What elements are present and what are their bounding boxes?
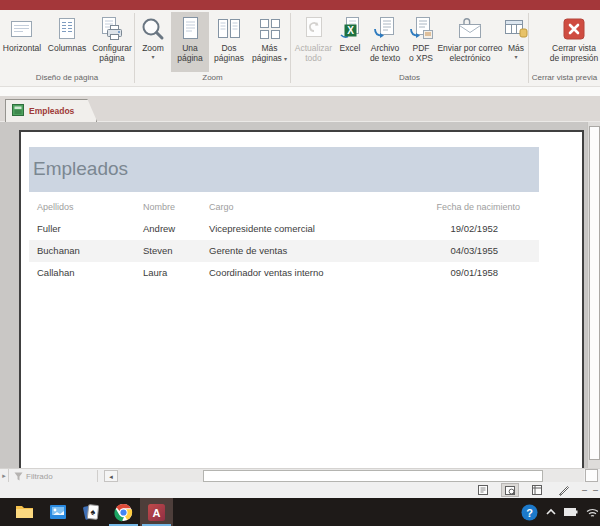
- archivo-texto-label: Archivo de texto: [367, 44, 403, 63]
- tab-empleados[interactable]: Empleados: [5, 99, 97, 122]
- horizontal-button[interactable]: Horizontal: [0, 12, 44, 72]
- status-bar: ––: [0, 482, 600, 498]
- svg-text:X: X: [347, 25, 354, 36]
- dos-paginas-button[interactable]: Dos páginas: [209, 12, 249, 72]
- enviar-correo-label: Enviar por correo electrónico: [436, 44, 504, 63]
- report-page: Empleados Apellidos Nombre Cargo Fecha d…: [19, 130, 584, 468]
- more-formats-icon: [503, 14, 529, 44]
- enviar-correo-button[interactable]: Enviar por correo electrónico: [436, 12, 504, 72]
- cell-cargo: Vicepresidente comercial: [209, 218, 315, 240]
- windows-taskbar: ♠ A ?: [0, 498, 600, 526]
- configurar-pagina-button[interactable]: Configurar página: [90, 12, 134, 72]
- more-pages-icon: [257, 14, 283, 44]
- cerrar-vista-previa-button[interactable]: Cerrar vista de impresión: [534, 12, 600, 63]
- magnifier-icon: [140, 14, 166, 44]
- mas-paginas-button[interactable]: Más páginas▾: [249, 12, 290, 72]
- column-header-cargo: Cargo: [209, 202, 234, 212]
- design-view-button[interactable]: [555, 483, 573, 497]
- filtered-button[interactable]: Filtrado: [10, 470, 98, 482]
- wifi-icon[interactable]: [586, 507, 598, 517]
- file-explorer-icon[interactable]: [8, 498, 41, 526]
- columnas-label: Columnas: [44, 44, 90, 54]
- una-pagina-button[interactable]: Una página: [171, 12, 209, 72]
- refresh-all-icon: [301, 14, 327, 44]
- tray-expand-icon[interactable]: [546, 508, 556, 516]
- cell-apellidos: Fuller: [37, 218, 61, 240]
- mas-datos-button[interactable]: Más ▾: [504, 12, 528, 72]
- access-print-preview-window: Horizontal Columnas Configurar página Di…: [0, 0, 600, 526]
- dropdown-caret-icon: ▾: [151, 54, 154, 61]
- report-title-band: Empleados: [29, 147, 539, 192]
- cell-cargo: Coordinador ventas interno: [209, 262, 324, 284]
- preview-canvas: Empleados Apellidos Nombre Cargo Fecha d…: [0, 122, 600, 468]
- excel-button[interactable]: X Excel: [336, 12, 364, 72]
- cerrar-vista-previa-label: Cerrar vista de impresión: [548, 44, 600, 63]
- table-row: Callahan Laura Coordinador ventas intern…: [21, 262, 586, 284]
- report-header-row: Apellidos Nombre Cargo Fecha de nacimien…: [21, 202, 586, 216]
- pdf-xps-icon: [408, 14, 434, 44]
- excel-icon: X: [337, 14, 363, 44]
- page-setup-icon: [99, 14, 125, 44]
- horizontal-scrollbar[interactable]: [118, 469, 584, 483]
- zoom-label: Zoom: [135, 44, 171, 54]
- actualizar-todo-label: Actualizar todo: [291, 44, 336, 63]
- ribbon-group-cerrar: Cerrar vista de impresión Cerrar vista p…: [529, 10, 600, 86]
- table-row: Buchanan Steven Gerente de ventas 04/03/…: [21, 240, 586, 262]
- dropdown-caret-icon: ▾: [514, 54, 517, 61]
- close-preview-icon: [562, 14, 586, 44]
- dos-paginas-label: Dos páginas: [209, 44, 249, 63]
- actualizar-todo-button[interactable]: Actualizar todo: [291, 12, 336, 72]
- vertical-scrollbar-thumb[interactable]: [589, 126, 600, 460]
- hscroll-left-arrow[interactable]: ◂: [104, 470, 118, 482]
- group-label-datos: Datos: [291, 72, 528, 86]
- zoom-slider-fragment[interactable]: ––: [582, 485, 598, 495]
- chrome-icon[interactable]: [107, 498, 140, 526]
- solitaire-icon[interactable]: ♠: [74, 498, 107, 526]
- column-header-apellidos: Apellidos: [37, 202, 74, 212]
- tab-empleados-label: Empleados: [29, 106, 80, 116]
- cell-fecha: 19/02/1952: [450, 218, 498, 240]
- text-file-icon: [372, 14, 398, 44]
- vertical-scrollbar[interactable]: [587, 122, 600, 468]
- column-header-nombre: Nombre: [143, 202, 175, 212]
- title-bar: [0, 0, 600, 10]
- two-pages-icon: [216, 14, 242, 44]
- pdf-xps-button[interactable]: PDF o XPS: [406, 12, 436, 72]
- document-tab-bar: Empleados: [0, 96, 600, 122]
- access-icon[interactable]: A: [140, 498, 173, 526]
- filter-funnel-icon: [14, 472, 23, 481]
- report-icon: [12, 102, 24, 120]
- battery-icon[interactable]: [564, 507, 578, 517]
- cell-apellidos: Callahan: [37, 262, 75, 284]
- column-header-fecha: Fecha de nacimiento: [436, 202, 520, 212]
- landscape-orientation-icon: [9, 14, 35, 44]
- print-preview-button[interactable]: [501, 483, 519, 497]
- table-row: Fuller Andrew Vicepresidente comercial 1…: [21, 218, 586, 240]
- zoom-button[interactable]: Zoom ▾: [135, 12, 171, 72]
- record-navigation-bar: ▸ Filtrado ◂: [0, 468, 600, 482]
- filtered-label: Filtrado: [26, 472, 53, 481]
- layout-view-button[interactable]: [528, 483, 546, 497]
- cell-nombre: Steven: [143, 240, 173, 262]
- archivo-texto-button[interactable]: Archivo de texto: [364, 12, 406, 72]
- nav-next-arrow-icon[interactable]: ▸: [0, 469, 9, 483]
- mas-paginas-label: Más páginas▾: [249, 44, 290, 63]
- ribbon-group-page-layout: Horizontal Columnas Configurar página Di…: [0, 10, 134, 86]
- horizontal-scrollbar-thumb[interactable]: [203, 470, 543, 482]
- group-label-diseno: Diseño de página: [0, 72, 134, 86]
- cell-nombre: Laura: [143, 262, 167, 284]
- svg-text:A: A: [153, 507, 161, 519]
- help-notification-icon[interactable]: ?: [521, 504, 538, 521]
- columns-icon: [54, 14, 80, 44]
- pdf-xps-label: PDF o XPS: [406, 44, 436, 63]
- dropdown-caret-icon: ▾: [284, 56, 287, 62]
- photos-icon[interactable]: [41, 498, 74, 526]
- group-label-zoom: Zoom: [135, 72, 290, 86]
- horizontal-label: Horizontal: [0, 44, 44, 54]
- report-view-button[interactable]: [474, 483, 492, 497]
- columnas-button[interactable]: Columnas: [44, 12, 90, 72]
- one-page-icon: [177, 14, 203, 44]
- una-pagina-label: Una página: [171, 44, 209, 63]
- cell-apellidos: Buchanan: [37, 240, 80, 262]
- cell-fecha: 09/01/1958: [450, 262, 498, 284]
